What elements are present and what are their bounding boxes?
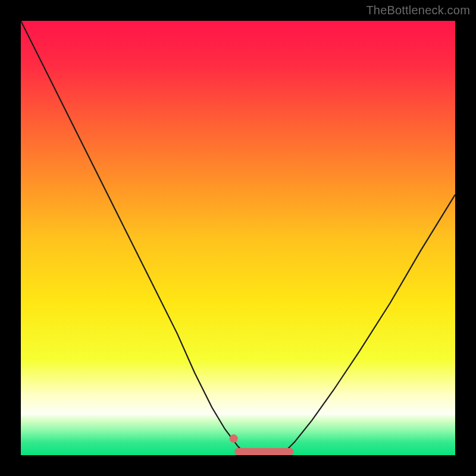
plot-area: [21, 21, 455, 455]
marker-dot: [230, 434, 238, 443]
curves-layer: [21, 21, 455, 455]
curve-group: [21, 21, 455, 455]
right-curve: [281, 195, 455, 455]
left-curve: [21, 21, 247, 455]
watermark-label: TheBottleneck.com: [366, 4, 470, 17]
chart-frame: TheBottleneck.com: [0, 0, 476, 476]
